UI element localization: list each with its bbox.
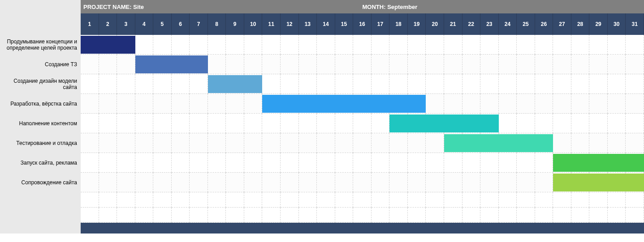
grid-cell	[389, 74, 408, 94]
grid-cell	[99, 173, 117, 192]
grid-cell	[226, 94, 244, 114]
day-header-cell: 1	[81, 13, 99, 35]
grid-cell	[244, 208, 263, 223]
grid-cell	[190, 173, 208, 192]
grid-cell	[244, 153, 263, 173]
grid-cell	[589, 133, 608, 153]
footer-bar	[81, 223, 644, 234]
grid-cell	[335, 192, 354, 208]
grid-cell	[226, 208, 244, 223]
grid-cell	[153, 74, 172, 94]
grid-cell	[299, 74, 317, 94]
grid-cell	[208, 208, 226, 223]
grid-cell	[608, 55, 626, 74]
month-value: September	[387, 4, 417, 10]
grid-cell	[408, 208, 426, 223]
grid-cell	[426, 55, 444, 74]
grid-cell	[117, 192, 135, 208]
grid-cell	[135, 208, 154, 223]
grid-cell	[99, 114, 117, 133]
spacer-label	[0, 192, 81, 208]
grid-cell	[517, 173, 535, 192]
grid-cell	[372, 192, 390, 208]
grid-cell	[626, 192, 644, 208]
gantt-bar	[135, 55, 208, 73]
grid-cell	[135, 74, 154, 94]
spacer-row	[81, 208, 644, 223]
task-label: Тестирование и отладка	[0, 133, 81, 153]
grid-cell	[335, 114, 354, 133]
grid-cell	[81, 94, 99, 114]
grid-cell	[571, 35, 590, 55]
grid-cell	[99, 94, 117, 114]
grid-cell	[135, 153, 154, 173]
grid-cell	[444, 94, 462, 114]
grid-cell	[281, 192, 299, 208]
grid-cell	[480, 208, 499, 223]
day-header-cell: 20	[426, 13, 444, 35]
grid-cell	[317, 208, 335, 223]
grid-cell	[571, 114, 590, 133]
grid-cell	[535, 153, 553, 173]
grid-cell	[335, 35, 354, 55]
gantt-bar	[444, 134, 553, 152]
grid-cell	[335, 133, 354, 153]
grid-cell	[372, 55, 390, 74]
grid-cell	[99, 133, 117, 153]
grid-cell	[462, 173, 481, 192]
grid-cell	[135, 133, 154, 153]
day-header-cell: 16	[353, 13, 372, 35]
grid-cell	[426, 173, 444, 192]
grid-cell	[153, 173, 172, 192]
header-top: PROJECT NAME: Site MONTH: September	[81, 0, 644, 13]
grid-cell	[262, 208, 281, 223]
grid-cell	[172, 208, 190, 223]
grid-cell	[262, 74, 281, 94]
grid-cell	[535, 35, 553, 55]
grid-cell	[317, 74, 335, 94]
grid-cell	[553, 35, 571, 55]
grid-cell	[172, 192, 190, 208]
grid-cell	[444, 192, 462, 208]
grid-cell	[117, 153, 135, 173]
task-label: Продумывание концепции и определение цел…	[0, 35, 81, 55]
grid-cell	[117, 133, 135, 153]
grid-cell	[389, 192, 408, 208]
grid-cell	[281, 114, 299, 133]
grid-cell	[480, 35, 499, 55]
task-label: Создание ТЗ	[0, 55, 81, 74]
grid-cell	[535, 192, 553, 208]
grid-cell	[389, 35, 408, 55]
grid-cell	[517, 55, 535, 74]
grid-cell	[299, 208, 317, 223]
grid-cell	[190, 35, 208, 55]
grid-cell	[426, 192, 444, 208]
grid-cell	[135, 35, 154, 55]
grid-cell	[99, 153, 117, 173]
grid-cell	[408, 192, 426, 208]
grid-cell	[389, 55, 408, 74]
grid-cell	[462, 74, 481, 94]
grid-cell	[499, 94, 517, 114]
task-row	[81, 114, 644, 133]
grid-cell	[408, 35, 426, 55]
grid-cell	[153, 192, 172, 208]
grid-cell	[262, 173, 281, 192]
grid-cell	[153, 208, 172, 223]
grid-cell	[208, 173, 226, 192]
grid-cell	[517, 114, 535, 133]
grid-cell	[462, 153, 481, 173]
grid-cell	[317, 55, 335, 74]
day-header-cell: 31	[626, 13, 644, 35]
grid-cell	[335, 208, 354, 223]
grid-cell	[262, 114, 281, 133]
grid-cell	[389, 133, 408, 153]
grid-cell	[117, 74, 135, 94]
grid-cell	[499, 153, 517, 173]
day-header-cell: 15	[335, 13, 354, 35]
grid-cell	[389, 208, 408, 223]
grid-cell	[262, 55, 281, 74]
grid-cell	[589, 74, 608, 94]
grid-cell	[571, 94, 590, 114]
grid-cell	[571, 74, 590, 94]
